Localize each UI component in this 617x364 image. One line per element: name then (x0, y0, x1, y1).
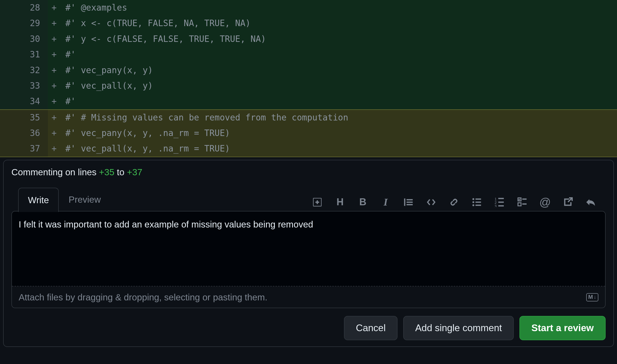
diff-line[interactable]: 37+ #' vec_pall(x, y, .na_rm = TRUE) (0, 141, 617, 157)
bold-icon[interactable]: B (357, 196, 369, 208)
code-content[interactable]: #' vec_pall(x, y) (60, 78, 617, 94)
svg-rect-11 (498, 205, 504, 207)
markdown-toolbar: H B I 123 (312, 196, 606, 211)
diff-table: 28+ #' @examples29+ #' x <- c(TRUE, FALS… (0, 0, 617, 157)
code-content[interactable]: #' x <- c(TRUE, FALSE, NA, TRUE, NA) (60, 16, 617, 31)
commenting-to: +37 (127, 167, 142, 177)
mention-icon[interactable]: @ (539, 196, 551, 208)
code-content[interactable]: #' y <- c(FALSE, FALSE, TRUE, TRUE, NA) (60, 31, 617, 47)
code-content[interactable]: #' vec_pall(x, y, .na_rm = TRUE) (60, 141, 617, 157)
italic-icon[interactable]: I (380, 196, 391, 208)
code-content[interactable]: #' @examples (60, 0, 617, 16)
line-number[interactable]: 34 (0, 94, 48, 109)
diff-marker: + (48, 63, 60, 78)
line-number[interactable]: 36 (0, 125, 48, 141)
diff-line[interactable]: 32+ #' vec_pany(x, y) (0, 63, 617, 78)
svg-rect-3 (475, 199, 481, 200)
line-number[interactable]: 30 (0, 31, 48, 47)
task-list-icon[interactable] (517, 196, 528, 208)
line-number[interactable]: 37 (0, 141, 48, 157)
diff-marker: + (48, 16, 60, 31)
code-content[interactable]: #' # Missing values can be removed from … (60, 110, 617, 125)
svg-text:3: 3 (495, 204, 497, 207)
line-number[interactable]: 32 (0, 63, 48, 78)
start-review-button[interactable]: Start a review (519, 316, 606, 340)
suggestion-icon[interactable] (312, 196, 323, 208)
unordered-list-icon[interactable] (471, 196, 482, 208)
svg-rect-14 (518, 203, 521, 206)
line-number[interactable]: 28 (0, 0, 48, 16)
reply-icon[interactable] (585, 196, 596, 208)
diff-line[interactable]: 30+ #' y <- c(FALSE, FALSE, TRUE, TRUE, … (0, 31, 617, 47)
commenting-prefix: Commenting on lines (11, 167, 99, 177)
ordered-list-icon[interactable]: 123 (494, 196, 505, 208)
code-content[interactable]: #' vec_pany(x, y, .na_rm = TRUE) (60, 125, 617, 141)
quote-icon[interactable] (403, 196, 414, 208)
diff-marker: + (48, 0, 60, 16)
comment-textarea[interactable] (12, 211, 605, 286)
code-content[interactable]: #' (60, 47, 617, 62)
tab-write[interactable]: Write (18, 188, 59, 212)
diff-marker: + (48, 94, 60, 109)
comment-form: Commenting on lines +35 to +37 Write Pre… (3, 160, 614, 347)
svg-rect-9 (498, 198, 504, 199)
line-number[interactable]: 35 (0, 110, 48, 125)
diff-marker: + (48, 141, 60, 157)
svg-rect-5 (475, 204, 481, 206)
editor-tabs: Write Preview (18, 187, 111, 211)
svg-point-0 (472, 198, 474, 200)
code-icon[interactable] (425, 196, 437, 208)
line-number[interactable]: 31 (0, 47, 48, 62)
svg-point-1 (472, 201, 474, 203)
diff-line[interactable]: 36+ #' vec_pany(x, y, .na_rm = TRUE) (0, 125, 617, 141)
code-content[interactable]: #' (60, 94, 617, 109)
diff-line[interactable]: 28+ #' @examples (0, 0, 617, 16)
cancel-button[interactable]: Cancel (344, 316, 398, 340)
cross-reference-icon[interactable] (562, 196, 574, 208)
link-icon[interactable] (448, 196, 460, 208)
line-number[interactable]: 29 (0, 16, 48, 31)
svg-rect-15 (522, 203, 527, 205)
code-content[interactable]: #' vec_pany(x, y) (60, 63, 617, 78)
diff-marker: + (48, 110, 60, 125)
action-buttons: Cancel Add single comment Start a review (4, 308, 613, 340)
commenting-on-label: Commenting on lines +35 to +37 (4, 160, 613, 179)
svg-rect-13 (522, 199, 527, 200)
line-number[interactable]: 33 (0, 78, 48, 94)
markdown-help-icon[interactable]: M (586, 293, 598, 301)
commenting-from: +35 (99, 167, 114, 177)
svg-point-2 (472, 204, 474, 206)
diff-line[interactable]: 29+ #' x <- c(TRUE, FALSE, NA, TRUE, NA) (0, 16, 617, 31)
diff-line[interactable]: 34+ #' (0, 94, 617, 109)
attach-hint[interactable]: Attach files by dragging & dropping, sel… (19, 292, 267, 302)
heading-icon[interactable]: H (334, 196, 346, 208)
diff-marker: + (48, 31, 60, 47)
diff-marker: + (48, 125, 60, 141)
commenting-to-word: to (114, 167, 127, 177)
svg-rect-4 (475, 201, 481, 203)
diff-line[interactable]: 31+ #' (0, 47, 617, 62)
diff-marker: + (48, 78, 60, 94)
diff-line[interactable]: 33+ #' vec_pall(x, y) (0, 78, 617, 94)
svg-rect-10 (498, 201, 504, 203)
add-single-comment-button[interactable]: Add single comment (403, 316, 514, 340)
editor-box: Attach files by dragging & dropping, sel… (11, 211, 606, 308)
tab-preview[interactable]: Preview (59, 187, 111, 211)
diff-line[interactable]: 35+ #' # Missing values can be removed f… (0, 110, 617, 125)
diff-marker: + (48, 47, 60, 62)
